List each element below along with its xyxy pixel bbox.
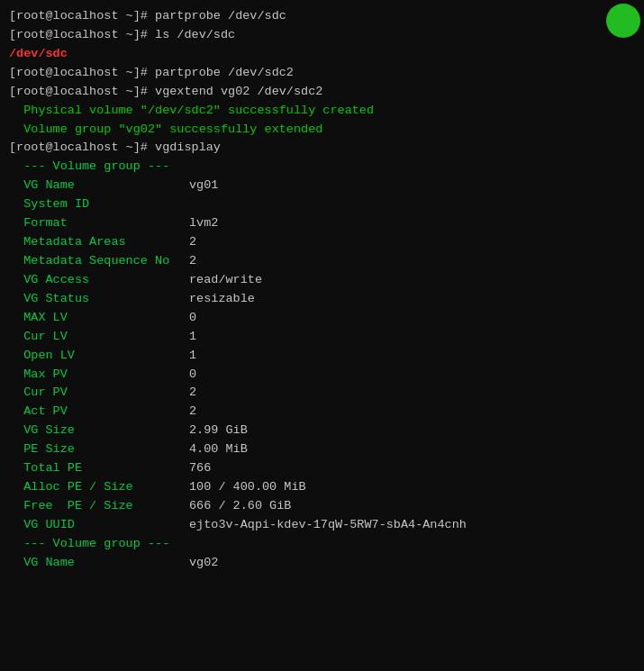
kv-key: VG Size: [9, 422, 189, 440]
terminal-line: Max PV0: [9, 366, 635, 385]
kv-value: 1: [189, 330, 196, 343]
terminal-content: [root@localhost ~]# partprobe /dev/sdc[r…: [9, 7, 635, 573]
command: partprobe /dev/sdc2: [155, 66, 294, 79]
prompt: [root@localhost ~]#: [9, 85, 155, 98]
kv-key: MAX LV: [9, 309, 189, 328]
terminal-line: VG UUIDejto3v-Aqpi-kdev-17qW-5RW7-sbA4-A…: [9, 516, 635, 535]
terminal-line: MAX LV0: [9, 309, 635, 328]
kv-value: resizable: [189, 292, 255, 305]
kv-key: Metadata Sequence No: [9, 252, 189, 271]
terminal-line: Free PE / Size666 / 2.60 GiB: [9, 497, 635, 516]
kv-value: 100 / 400.00 MiB: [189, 480, 306, 494]
kv-key: VG UUID: [9, 516, 189, 535]
terminal-line: --- Volume group ---: [9, 535, 635, 554]
kv-key: Format: [9, 214, 189, 233]
kv-key: VG Access: [9, 271, 189, 290]
badge: [606, 4, 640, 38]
command: ls /dev/sdc: [155, 28, 235, 41]
kv-value: 0: [189, 311, 196, 324]
kv-key: Open LV: [9, 347, 189, 366]
terminal-line: PE Size4.00 MiB: [9, 440, 635, 459]
command: partprobe /dev/sdc: [155, 9, 286, 23]
kv-value: lvm2: [189, 216, 218, 230]
kv-key: Act PV: [9, 403, 189, 422]
terminal-line: [root@localhost ~]# ls /dev/sdc: [9, 26, 635, 45]
kv-value: vg02: [189, 556, 218, 569]
kv-key: VG Name: [9, 554, 189, 573]
terminal-line: Physical volume "/dev/sdc2" successfully…: [9, 102, 635, 121]
terminal-line: Volume group "vg02" successfully extende…: [9, 121, 635, 140]
prompt: [root@localhost ~]#: [9, 66, 155, 79]
terminal-line: [root@localhost ~]# vgextend vg02 /dev/s…: [9, 83, 635, 102]
kv-key: System ID: [9, 195, 189, 214]
terminal-line: Alloc PE / Size100 / 400.00 MiB: [9, 478, 635, 497]
prompt: [root@localhost ~]#: [9, 9, 155, 23]
kv-key: Metadata Areas: [9, 233, 189, 252]
terminal-line: Cur LV1: [9, 328, 635, 347]
terminal: [root@localhost ~]# partprobe /dev/sdc[r…: [0, 0, 644, 671]
command: vgdisplay: [155, 141, 221, 154]
kv-key: PE Size: [9, 440, 189, 459]
kv-value: 2: [189, 254, 196, 267]
kv-value: 0: [189, 367, 196, 381]
kv-value: 4.00 MiB: [189, 442, 248, 456]
terminal-line: VG Namevg02: [9, 554, 635, 573]
command: vgextend vg02 /dev/sdc2: [155, 85, 322, 98]
kv-key: Free PE / Size: [9, 497, 189, 516]
terminal-line: [root@localhost ~]# partprobe /dev/sdc: [9, 7, 635, 26]
kv-value: vg01: [189, 178, 218, 192]
kv-value: 2: [189, 235, 196, 249]
terminal-line: /dev/sdc: [9, 45, 635, 64]
terminal-line: Open LV1: [9, 347, 635, 366]
kv-value: 766: [189, 461, 211, 475]
terminal-line: [root@localhost ~]# partprobe /dev/sdc2: [9, 64, 635, 83]
terminal-line: Metadata Areas2: [9, 233, 635, 252]
kv-value: read/write: [189, 273, 262, 286]
kv-value: ejto3v-Aqpi-kdev-17qW-5RW7-sbA4-An4cnh: [189, 518, 467, 531]
terminal-line: VG Namevg01: [9, 177, 635, 195]
terminal-line: Formatlvm2: [9, 214, 635, 233]
kv-value: 2.99 GiB: [189, 423, 248, 437]
kv-key: Total PE: [9, 459, 189, 478]
kv-key: VG Name: [9, 177, 189, 195]
kv-key: Cur LV: [9, 328, 189, 347]
prompt: [root@localhost ~]#: [9, 28, 155, 41]
terminal-line: Act PV2: [9, 403, 635, 422]
kv-value: 2: [189, 404, 196, 418]
kv-value: 2: [189, 385, 196, 399]
terminal-line: System ID: [9, 195, 635, 214]
terminal-line: VG Accessread/write: [9, 271, 635, 290]
terminal-line: VG Size2.99 GiB: [9, 422, 635, 440]
terminal-line: --- Volume group ---: [9, 158, 635, 177]
terminal-line: Metadata Sequence No2: [9, 252, 635, 271]
kv-key: Alloc PE / Size: [9, 478, 189, 497]
terminal-line: Cur PV2: [9, 384, 635, 403]
kv-key: VG Status: [9, 290, 189, 309]
prompt: [root@localhost ~]#: [9, 141, 155, 154]
kv-key: Max PV: [9, 366, 189, 385]
terminal-line: [root@localhost ~]# vgdisplay: [9, 139, 635, 158]
kv-value: 666 / 2.60 GiB: [189, 499, 291, 512]
terminal-line: Total PE766: [9, 459, 635, 478]
kv-key: Cur PV: [9, 384, 189, 403]
kv-value: 1: [189, 349, 196, 362]
terminal-line: VG Statusresizable: [9, 290, 635, 309]
